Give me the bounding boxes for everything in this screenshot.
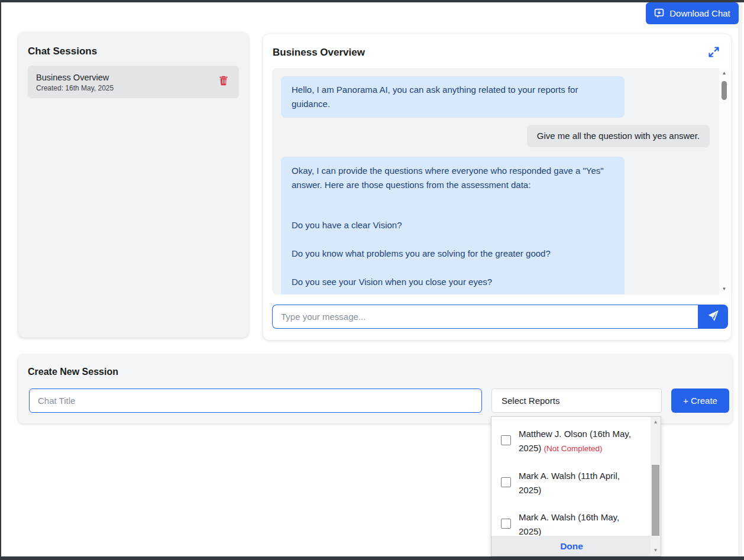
report-status-note: (Not Completed) [544, 444, 603, 453]
download-chat-label: Download Chat [669, 8, 730, 18]
create-session-form: Select Reports + Create [18, 389, 732, 413]
scroll-down-arrow-icon[interactable]: ▼ [651, 548, 661, 553]
chat-panel: Business Overview Hello, I am Panorama A… [263, 34, 731, 340]
reports-option-list: Matthew J. Olson (16th May, 2025) (Not C… [491, 417, 652, 545]
report-option-label: Mark A. Walsh (16th May, 2025) [519, 510, 644, 539]
create-session-panel: Create New Session Select Reports + Crea… [18, 355, 732, 423]
done-label: Done [560, 541, 583, 552]
chat-scrollbar-thumb[interactable] [722, 81, 727, 100]
report-checkbox[interactable] [501, 519, 511, 529]
reports-dropdown-menu: Matthew J. Olson (16th May, 2025) (Not C… [491, 416, 661, 556]
chat-sessions-panel: Chat Sessions Business Overview Created:… [18, 33, 248, 338]
message-input[interactable] [272, 305, 698, 329]
chat-title: Business Overview [273, 47, 365, 59]
select-reports-dropdown[interactable]: Select Reports [491, 389, 662, 413]
ai-message: Hello, I am Panorama AI, you can ask any… [281, 76, 625, 118]
create-session-button[interactable]: + Create [671, 389, 729, 413]
report-option-label: Matthew J. Olson (16th May, 2025) (Not C… [519, 427, 644, 456]
report-name: Mark A. Walsh (11th April, 2025) [519, 471, 620, 495]
chat-download-icon [654, 8, 664, 18]
ai-message-paragraph: Okay, I can provide the questions where … [292, 164, 614, 192]
ai-message-question: Do you know what problems you are solvin… [292, 247, 614, 261]
chat-messages-area: Hello, I am Panorama AI, you can ask any… [272, 68, 729, 294]
expand-icon [708, 51, 720, 60]
dropdown-scrollbar-thumb[interactable] [652, 465, 659, 536]
report-option-label: Mark A. Walsh (11th April, 2025) [519, 469, 644, 497]
user-message: Give me all the question with yes answer… [527, 125, 710, 147]
report-checkbox[interactable] [501, 435, 511, 445]
session-list-item[interactable]: Business Overview Created: 16th May, 202… [28, 66, 239, 98]
scroll-up-arrow-icon[interactable]: ▲ [651, 419, 661, 425]
scroll-up-arrow-icon[interactable]: ▲ [719, 70, 729, 76]
dropdown-scrollbar[interactable]: ▲ ▼ [651, 417, 661, 556]
report-option[interactable]: Matthew J. Olson (16th May, 2025) (Not C… [491, 420, 652, 462]
ai-message: Okay, I can provide the questions where … [281, 157, 625, 294]
report-checkbox[interactable] [501, 477, 511, 487]
download-chat-button[interactable]: Download Chat [646, 2, 739, 24]
ai-message-question: Do you see your Vision when you close yo… [292, 275, 614, 289]
send-message-button[interactable] [698, 305, 728, 329]
session-created-date: Created: 16th May, 2025 [36, 84, 212, 92]
report-option[interactable]: Mark A. Walsh (11th April, 2025) [491, 462, 652, 504]
chat-input-row [272, 305, 728, 329]
expand-chat-button[interactable] [707, 46, 720, 59]
report-name: Mark A. Walsh (16th May, 2025) [519, 512, 619, 536]
trash-icon [218, 79, 229, 88]
page-scrollbar[interactable] [738, 2, 742, 556]
send-icon [708, 310, 719, 323]
chat-title-input[interactable] [29, 389, 482, 413]
chat-header: Business Overview [263, 34, 731, 66]
chat-sessions-title: Chat Sessions [18, 33, 248, 66]
create-session-title: Create New Session [18, 355, 732, 377]
app-window: Download Chat Chat Sessions Business Ove… [0, 0, 744, 560]
select-reports-label: Select Reports [502, 396, 559, 406]
scroll-down-arrow-icon[interactable]: ▼ [719, 286, 729, 292]
session-title: Business Overview [36, 73, 212, 82]
ai-message-question: Do you have a clear Vision? [292, 218, 614, 232]
delete-session-button[interactable] [218, 75, 229, 87]
dropdown-done-button[interactable]: Done [491, 536, 652, 556]
chat-scrollbar[interactable]: ▲ ▼ [719, 68, 729, 294]
